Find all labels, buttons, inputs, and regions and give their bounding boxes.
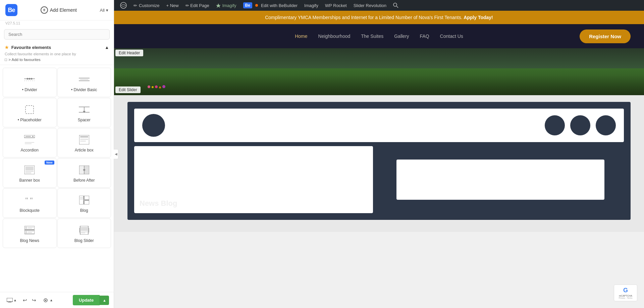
favourites-section: ★ Favourite elements ▲ Collect favourite… xyxy=(0,43,114,65)
spacer-label: Spacer xyxy=(78,118,91,122)
nav-neighbourhood[interactable]: Neighbourhood xyxy=(318,34,351,39)
blockquote-icon: " " xyxy=(24,195,35,205)
before-after-icon xyxy=(79,165,90,175)
chevron-up-icon: ▲ xyxy=(13,298,17,302)
be-logo[interactable]: Be xyxy=(5,4,17,16)
favourites-subtitle: Collect favourite elements in one place … xyxy=(5,51,109,57)
website-content: Complimentary YMCA Memberships and Inter… xyxy=(114,11,644,308)
svg-text:": " xyxy=(30,196,33,204)
banner-cta[interactable]: Apply Today! xyxy=(464,15,493,20)
svg-line-63 xyxy=(396,6,398,8)
before-after-label: Before After xyxy=(73,178,95,183)
top-banner: Complimentary YMCA Memberships and Inter… xyxy=(114,11,644,24)
article-box-icon xyxy=(79,134,90,145)
svg-rect-37 xyxy=(84,196,89,200)
element-card-placeholder[interactable]: • Placeholder xyxy=(3,98,57,127)
sidebar-header: Be + Add Element All ▾ xyxy=(0,0,114,20)
svg-rect-8 xyxy=(25,106,34,114)
undo-redo-group: ↩ ↪ xyxy=(21,296,38,305)
widget-inner-card xyxy=(393,156,608,203)
register-now-button[interactable]: Register Now xyxy=(580,29,631,43)
new-badge: New xyxy=(45,161,54,165)
element-card-spacer[interactable]: Spacer xyxy=(57,98,111,127)
svg-text:": " xyxy=(25,196,28,204)
imagify-button2[interactable]: Imagify xyxy=(301,0,322,11)
main-area: ✏ Customize + New ✏ Edit Page Imagify Be… xyxy=(114,0,644,308)
element-card-blockquote[interactable]: " " Blockquote xyxy=(3,188,57,218)
redo-button[interactable]: ↪ xyxy=(31,296,38,305)
element-card-accordion[interactable]: Accordion xyxy=(3,128,57,158)
widget-inner-white xyxy=(396,160,605,200)
news-blog-label: News Blog xyxy=(140,199,368,208)
plus-icon: + xyxy=(41,6,48,14)
blog-slider-label: Blog Slider xyxy=(74,238,94,243)
banner-text: Complimentary YMCA Memberships and Inter… xyxy=(265,15,462,20)
update-dropdown-button[interactable]: ▲ xyxy=(100,296,109,305)
element-card-article-box[interactable]: Article box xyxy=(57,128,111,158)
accordion-label: Accordion xyxy=(21,148,39,152)
preview-button[interactable]: ▲ xyxy=(40,297,56,304)
element-card-blog-slider[interactable]: Blog Slider xyxy=(57,219,111,248)
widget-card-right xyxy=(377,146,624,213)
divider-label: • Divider xyxy=(22,87,37,92)
hero-area xyxy=(114,48,644,95)
star-icon: ★ xyxy=(5,45,9,50)
be-builder-button[interactable]: Be Edit with BeBuilder xyxy=(240,0,301,11)
slider-revolution-button[interactable]: Slider Revolution xyxy=(350,0,390,11)
recaptcha-label: reCAPTCHA xyxy=(619,295,632,297)
blog-label: Blog xyxy=(80,208,88,213)
element-card-blog-news[interactable]: Blog News xyxy=(3,219,57,248)
nav-contact-us[interactable]: Contact Us xyxy=(440,34,463,39)
wp-admin-bar: ✏ Customize + New ✏ Edit Page Imagify Be… xyxy=(114,0,644,11)
imagify-button[interactable]: Imagify xyxy=(213,0,240,11)
imagify-label: Imagify xyxy=(222,3,236,8)
svg-marker-11 xyxy=(83,111,86,113)
nav-faq[interactable]: FAQ xyxy=(420,34,429,39)
element-card-banner-box[interactable]: New Banner box xyxy=(3,158,57,188)
new-button[interactable]: + New xyxy=(163,0,182,11)
bottom-toolbar: ▲ ↩ ↪ ▲ Update ▲ xyxy=(0,292,114,308)
add-to-favourites[interactable]: > Add to favourites xyxy=(5,57,109,62)
search-input[interactable] xyxy=(4,29,110,40)
edit-slider-label[interactable]: Edit Slider xyxy=(115,86,141,93)
wp-logo-button[interactable] xyxy=(117,0,130,11)
favourites-title: ★ Favourite elements ▲ xyxy=(5,45,109,50)
customize-button[interactable]: ✏ Customize xyxy=(130,0,163,11)
nav-gallery[interactable]: Gallery xyxy=(394,34,409,39)
widget-dark-container: News Blog xyxy=(127,102,631,220)
update-button[interactable]: Update xyxy=(73,295,100,305)
nav-home[interactable]: Home xyxy=(295,34,307,39)
edit-header-label[interactable]: Edit Header xyxy=(115,50,143,56)
wp-rocket-button[interactable]: WP Rocket xyxy=(322,0,350,11)
desktop-icon-button[interactable]: ▲ xyxy=(5,297,19,304)
search-button[interactable] xyxy=(390,0,402,11)
element-card-before-after[interactable]: Before After xyxy=(57,158,111,188)
element-card-divider-basic[interactable]: • Divider Basic xyxy=(57,68,111,97)
edit-page-button[interactable]: ✏ Edit Page xyxy=(182,0,213,11)
widget-bottom-row: News Blog xyxy=(134,146,624,213)
divider-basic-label: • Divider Basic xyxy=(71,87,97,92)
blog-slider-icon xyxy=(79,225,90,236)
recaptcha-badge: G reCAPTCHA Privacy - Terms xyxy=(614,285,637,301)
be-badge: Be xyxy=(243,2,252,8)
nav-links: Home Neighbourhood The Suites Gallery FA… xyxy=(295,34,463,39)
orange-dot xyxy=(255,4,258,7)
svg-point-59 xyxy=(45,300,46,301)
blog-icon xyxy=(79,195,90,205)
element-card-blog[interactable]: Blog xyxy=(57,188,111,218)
add-element-button[interactable]: + Add Element xyxy=(41,6,77,14)
accordion-icon xyxy=(24,134,35,145)
spacer-icon xyxy=(79,104,90,115)
filter-all-button[interactable]: All ▾ xyxy=(100,8,108,13)
undo-button[interactable]: ↩ xyxy=(21,296,29,305)
svg-rect-25 xyxy=(25,167,34,171)
nav-the-suites[interactable]: The Suites xyxy=(361,34,383,39)
article-box-label: Article box xyxy=(75,148,94,152)
favourites-title-text: Favourite elements xyxy=(11,45,51,50)
edit-page-label: ✏ Edit Page xyxy=(185,3,209,8)
collapse-icon[interactable]: ▲ xyxy=(105,45,109,50)
sidebar-collapse-handle[interactable]: ◀ xyxy=(114,149,118,159)
widget-header-row xyxy=(134,109,624,142)
element-card-divider[interactable]: • Divider xyxy=(3,68,57,97)
chevron-up-icon-preview: ▲ xyxy=(50,298,53,302)
